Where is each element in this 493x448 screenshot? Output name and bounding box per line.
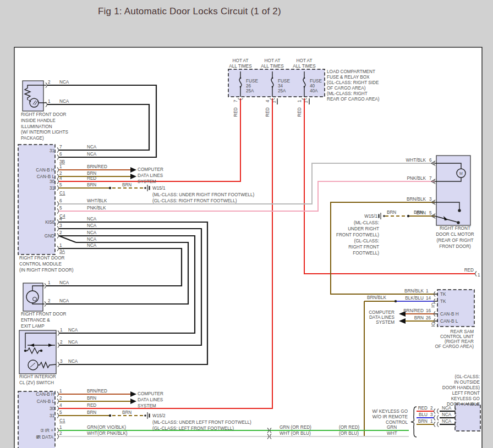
rear-sam-p26: 26	[426, 316, 431, 320]
door-motor-nm2: DOOR CL MOTOR	[436, 232, 474, 237]
rear-sam-nm1: REAR SAM	[450, 329, 474, 334]
bottom-module-l30: 30	[50, 406, 55, 411]
door-motor-nm3: (REAR OF RIGHT	[437, 238, 474, 243]
interior-switch-p1: 1	[60, 328, 63, 333]
page: Fig 1: Automatic Door Locks Circuit (1 o…	[0, 0, 493, 448]
control-module-p5: 5	[59, 182, 62, 187]
rear-sam-jw: BRN/BLK	[367, 295, 387, 300]
entrance-lamp-p1w: NCA	[59, 280, 69, 285]
interior-switch-p2: 2	[60, 340, 63, 345]
control-module-cdl3: SYSTEM	[138, 179, 156, 184]
bottom-module-w152a: (ML-CLASS: UNDER LEFT FRONT FOOTWELL)	[152, 420, 251, 425]
bottom-module-lir1c: ②	[40, 428, 44, 433]
control-module-nm3: (IN RIGHT FRONT DOOR)	[19, 268, 74, 273]
door-motor-p3: 3	[429, 197, 432, 202]
entrance-lamp-p2w: NCA	[59, 298, 69, 303]
control-module-l31b: 31	[50, 186, 55, 191]
rear-sam-p14: 14	[426, 296, 431, 301]
bottom-module-p4: 4	[59, 403, 62, 408]
rear-sam-canh: CAN-B H	[440, 312, 459, 317]
rear-sam-nm2: CONTROL UNIT	[440, 334, 474, 339]
control-module-p2kw: NCA	[87, 230, 97, 235]
keyless-handle-nm3: DOOR HANDLES)	[442, 385, 480, 390]
rear-sam-tk2: TK	[440, 299, 446, 304]
entrance-lamp-nm2: ENTRANCE &	[21, 318, 50, 323]
mid-wires-w2: (OR BLU)	[339, 431, 359, 436]
control-module-lcanh: CAN-B H	[36, 168, 54, 173]
rear-sam-p16w: BRN/RED	[403, 308, 424, 313]
interior-switch-p1w: NCA	[68, 328, 78, 333]
bottom-module-w152: W15/2	[152, 413, 166, 418]
door-motor-brn1: BRN	[387, 210, 396, 215]
control-module-p7w: NCA	[87, 145, 97, 150]
fuse-terminal	[272, 78, 273, 79]
control-module-p4w: RED	[87, 176, 96, 181]
bottom-module-pgw2: (OR VIO/BLK)	[97, 425, 126, 430]
bottom-module-p5w: BRN	[87, 410, 96, 415]
dot	[457, 222, 459, 224]
keyless-handle-s2p: 3	[430, 412, 433, 417]
control-module-w151a: (ML-CLASS: UNDER RIGHT FRONT FOOTWELL)	[152, 192, 255, 197]
door-motor-p3w: BRN/BLK	[407, 197, 426, 202]
bottom-module-lcanh: CAN-B H	[36, 392, 54, 397]
illumination-p1: 1	[48, 99, 51, 104]
mid-wires-g2: (OR RED)	[339, 425, 360, 430]
keyless-handle-nm1: (GL-CALSS:	[455, 374, 480, 379]
fuse-terminal	[272, 86, 273, 88]
control-module-cdl1: COMPUTER	[138, 167, 163, 172]
fuse-box-pin7: 7	[233, 99, 238, 102]
mid-wires-g1: GRN (OR RED)	[280, 425, 311, 430]
interior-switch-nm2: CL (ZV) SWITCH	[19, 380, 54, 385]
control-module-p4k: 4	[59, 217, 62, 222]
door-motor-ml4: (GL-CLASS:	[354, 239, 380, 244]
control-module-w151b: (GL-CLASS: RIGHT FRONT FOOTWELL)	[152, 198, 237, 203]
rear-sam-tk1: TK	[440, 292, 446, 297]
control-module-p1w: BRN/RED	[87, 164, 107, 169]
junction-dot	[395, 300, 397, 302]
control-module-l30: 30	[50, 179, 55, 184]
rear-sam-nm3: (RIGHT REAR	[445, 339, 474, 344]
door-motor-p6: 6	[429, 158, 432, 163]
illumination-nm5: PACKAGE)	[21, 136, 44, 141]
bottom-module-pgw: GRN	[87, 425, 97, 430]
bottom-module-lir2: IR DATA	[36, 435, 54, 440]
bottom-module-p2w: BRN	[87, 396, 96, 401]
control-module-p5cw: PNK/BLK	[87, 206, 106, 211]
keyless-handle-nm2: IN OUTSIDE	[454, 380, 480, 385]
illumination-nm4: (W/ INTERIOR LIGHTS	[21, 130, 69, 135]
mid-wires-w1: WHT (OR BLU)	[280, 431, 311, 436]
fuse-box-loc2: FUSE & RELAY BOX	[327, 75, 370, 80]
keyless-handle-s3w: BRN	[418, 419, 428, 424]
control-module-tc1: C1	[59, 191, 65, 196]
fuse-box-conn2b: 2	[304, 101, 308, 103]
door-motor-nm1: RIGHT FRONT	[440, 226, 470, 231]
dot	[24, 350, 26, 351]
rear-sam-p1: 1	[426, 289, 429, 294]
fuse-box-loc5: (ML-CLASS: RIGHT	[327, 91, 368, 96]
fuse-box-fuse40c: 40A	[310, 89, 318, 93]
entrance-lamp-nm1: RIGHT FRONT DOOR	[21, 312, 67, 317]
door-motor-p7: 7	[429, 176, 432, 181]
door-motor-ml6: FOOTWELL)	[353, 251, 379, 256]
illumination-p2: 2	[48, 80, 51, 85]
rear-sam-p14w: BLK/BLU	[405, 296, 424, 301]
bottom-module-cdl1: COMPUTER	[138, 391, 163, 396]
rear-sam-cdl2: DATA LINES	[369, 315, 395, 320]
control-module-p4: 4	[59, 176, 62, 181]
figure-title: Fig 1: Automatic Door Locks Circuit (1 o…	[98, 6, 281, 17]
rear-sam-tc: C	[431, 302, 435, 307]
keyless-handle-s1p: 2	[430, 406, 433, 411]
fuse-box-loc3: (GL-CLASS: RIGHT SIDE	[327, 80, 379, 85]
bottom-module-p1w: BRN/RED	[87, 389, 107, 394]
junction-dot	[109, 187, 111, 189]
control-module-p2: 2	[59, 171, 62, 176]
interior-switch-nm1: RIGHT INTERIOR	[19, 374, 56, 379]
keyless-handle-s2n: NCA	[442, 412, 452, 417]
fuse-box-red2: RED	[265, 107, 270, 117]
control-module-p6cw: WHT/BLK	[87, 198, 107, 203]
door-motor-p6w: WHT/BLK	[406, 158, 426, 163]
bottom-module-w152b: (GL-CLASS: LEFT FRONT FOOTWELL)	[152, 426, 234, 431]
bottom-module-pw: 2	[59, 431, 62, 436]
interior-switch-p3: 3	[60, 359, 63, 364]
fuse-box-hot2a: HOT AT	[265, 58, 281, 63]
